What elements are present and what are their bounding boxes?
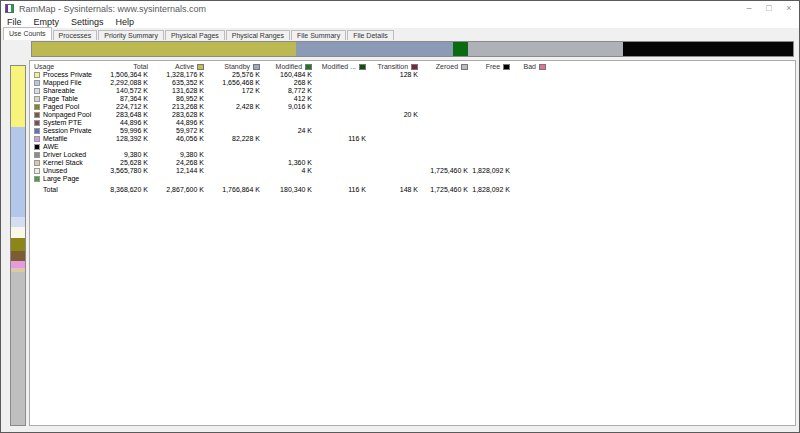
cell-active xyxy=(150,143,206,151)
cell-usage: Mapped File xyxy=(32,79,94,87)
table-row-system-pte[interactable]: System PTE44,896 K44,896 K xyxy=(32,119,548,127)
cell-usage: Nonpaged Pool xyxy=(32,111,94,119)
column-header-usage[interactable]: Usage xyxy=(32,63,94,71)
tab-file-summary[interactable]: File Summary xyxy=(291,30,346,40)
table-row-kernel-stack[interactable]: Kernel Stack25,628 K24,268 K1,360 K xyxy=(32,159,548,167)
menu-item-help[interactable]: Help xyxy=(110,16,141,28)
cell-modified: 160,484 K xyxy=(262,71,314,79)
cell-usage: Kernel Stack xyxy=(32,159,94,167)
usage-label: Paged Pool xyxy=(43,103,79,110)
cell-usage: Large Page xyxy=(32,175,94,183)
tab-physical-ranges[interactable]: Physical Ranges xyxy=(226,30,290,40)
column-header-transition[interactable]: Transition xyxy=(368,63,420,71)
cell-bad xyxy=(512,103,548,111)
cell-usage: Paged Pool xyxy=(32,103,94,111)
rammap-window: RamMap - Sysinternals: www.sysinternals.… xyxy=(0,0,800,433)
window-controls: – □ × xyxy=(739,1,799,16)
cell-transition xyxy=(368,87,420,95)
table-row-nonpaged-pool[interactable]: Nonpaged Pool283,648 K283,628 K20 K xyxy=(32,111,548,119)
usage-bar-segment-zeroed xyxy=(468,42,623,56)
menu-item-settings[interactable]: Settings xyxy=(65,16,110,28)
cell-zeroed xyxy=(420,175,470,183)
column-header-label-transition: Transition xyxy=(378,63,408,70)
column-header-total[interactable]: Total xyxy=(94,63,150,71)
cell-total xyxy=(94,143,150,151)
cell-usage: Shareable xyxy=(32,87,94,95)
table-row-large-page[interactable]: Large Page xyxy=(32,175,548,183)
tab-processes[interactable]: Processes xyxy=(53,30,98,40)
column-header-bad[interactable]: Bad xyxy=(512,63,548,71)
column-header-label-total: Total xyxy=(133,63,148,70)
cell-modified_nw xyxy=(314,151,368,159)
cell-bad xyxy=(512,135,548,143)
cell-modified_nw xyxy=(314,127,368,135)
cell-zeroed xyxy=(420,119,470,127)
tab-file-details[interactable]: File Details xyxy=(347,30,394,40)
table-row-metafile[interactable]: Metafile128,392 K46,056 K82,228 K116 K xyxy=(32,135,548,143)
column-header-zeroed[interactable]: Zeroed xyxy=(420,63,470,71)
side-bar-segment-paged-pool xyxy=(11,238,25,251)
cell-standby: 25,576 K xyxy=(206,71,262,79)
cell-zeroed: 1,725,460 K xyxy=(420,167,470,175)
column-header-label-free: Free xyxy=(486,63,500,70)
table-row-page-table[interactable]: Page Table87,364 K86,952 K412 K xyxy=(32,95,548,103)
header-swatch-transition xyxy=(411,64,418,70)
cell-zeroed xyxy=(420,151,470,159)
tab-priority-summary[interactable]: Priority Summary xyxy=(98,30,164,40)
cell-free xyxy=(470,175,512,183)
cell-modified_nw xyxy=(314,95,368,103)
column-header-free[interactable]: Free xyxy=(470,63,512,71)
maximize-button[interactable]: □ xyxy=(759,1,779,16)
table-row-process-private[interactable]: Process Private1,506,364 K1,328,176 K25,… xyxy=(32,71,548,79)
cell-transition xyxy=(368,95,420,103)
table-row-mapped-file[interactable]: Mapped File2,292,088 K635,352 K1,656,468… xyxy=(32,79,548,87)
column-header-active[interactable]: Active xyxy=(150,63,206,71)
cell-bad xyxy=(512,95,548,103)
usage-bar-segment-standby xyxy=(296,42,453,56)
memory-usage-bar xyxy=(31,41,794,57)
table-row-driver-locked[interactable]: Driver Locked9,380 K9,380 K xyxy=(32,151,548,159)
cell-standby: 172 K xyxy=(206,87,262,95)
cell-free xyxy=(470,151,512,159)
cell-free xyxy=(470,79,512,87)
table-row-session-private[interactable]: Session Private59,996 K59,972 K24 K xyxy=(32,127,548,135)
close-button[interactable]: × xyxy=(779,1,799,16)
cell-bad xyxy=(512,151,548,159)
cell-transition: 20 K xyxy=(368,111,420,119)
usage-label: AWE xyxy=(43,143,59,150)
usage-label: Process Private xyxy=(43,71,92,78)
usage-label: Driver Locked xyxy=(43,151,86,158)
table-row-paged-pool[interactable]: Paged Pool224,712 K213,268 K2,428 K9,016… xyxy=(32,103,548,111)
cell-standby xyxy=(206,151,262,159)
tab-strip: Use CountsProcessesPriority SummaryPhysi… xyxy=(1,28,799,40)
table-row-shareable[interactable]: Shareable140,572 K131,628 K172 K8,772 K xyxy=(32,87,548,95)
cell-standby xyxy=(206,95,262,103)
cell-free xyxy=(470,135,512,143)
cell-free xyxy=(470,87,512,95)
cell-modified_nw xyxy=(314,143,368,151)
cell-total: 8,368,620 K xyxy=(94,186,150,194)
header-swatch-active xyxy=(197,64,204,70)
usage-label: Page Table xyxy=(43,95,78,102)
cell-modified_nw xyxy=(314,167,368,175)
cell-zeroed xyxy=(420,71,470,79)
column-header-modified_nw[interactable]: Modified ... xyxy=(314,63,368,71)
cell-usage: AWE xyxy=(32,143,94,151)
cell-modified_nw xyxy=(314,103,368,111)
cell-active: 86,952 K xyxy=(150,95,206,103)
column-header-modified[interactable]: Modified xyxy=(262,63,314,71)
cell-free xyxy=(470,119,512,127)
column-header-standby[interactable]: Standby xyxy=(206,63,262,71)
cell-zeroed xyxy=(420,127,470,135)
cell-bad xyxy=(512,111,548,119)
tab-physical-pages[interactable]: Physical Pages xyxy=(165,30,225,40)
cell-transition xyxy=(368,151,420,159)
table-row-awe[interactable]: AWE xyxy=(32,143,548,151)
cell-usage: System PTE xyxy=(32,119,94,127)
tab-use-counts[interactable]: Use Counts xyxy=(3,27,52,40)
cell-active: 12,144 K xyxy=(150,167,206,175)
table-row-total[interactable]: Total8,368,620 K2,867,600 K1,766,864 K18… xyxy=(32,186,548,194)
minimize-button[interactable]: – xyxy=(739,1,759,16)
side-usage-bar xyxy=(10,65,26,426)
table-row-unused[interactable]: Unused3,565,780 K12,144 K4 K1,725,460 K1… xyxy=(32,167,548,175)
